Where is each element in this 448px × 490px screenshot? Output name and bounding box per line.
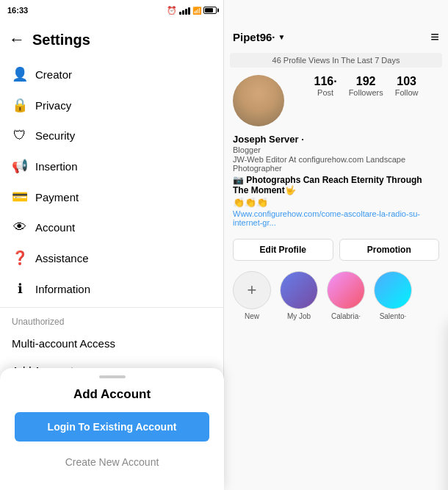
highlight-myjob[interactable]: My Job [280,271,318,320]
account-icon: 👁 [12,220,28,235]
profile-header-bar: Pipet96· ▼ ≡ [224,21,448,53]
profile-bio-bold: 📷 Photographs Can Reach Eternity Through… [233,175,439,195]
card-icon: 💳 [12,189,28,205]
highlights-row: + New My Job Calabria· Salento· [224,265,448,326]
multi-account-item[interactable]: Multi-account Access [0,330,223,357]
lock-icon: 🔒 [12,97,28,113]
menu-item-insertion[interactable]: 📢 Insertion [0,151,223,181]
battery-icon-left [203,7,217,14]
settings-menu: 👤 Creator 🔒 Privacy 🛡 Security 📢 Inserti… [0,59,223,384]
unauthorized-label: Unauthorized [0,311,223,330]
profile-name: Joseph Server · [233,134,439,145]
status-bar-left: 16:33 ⏰ 📶 [0,0,224,21]
stat-followers: 192 Followers [349,75,383,97]
profile-username: Pipet96· [233,31,275,43]
profile-avatar [233,75,284,126]
highlight-salento[interactable]: Salento· [374,271,412,320]
profile-views-banner: 46 Profile Views In The Last 7 Days [230,53,442,68]
add-account-sheet: Add Account Login To Existing Account Cr… [0,368,224,490]
avatar-image [233,75,284,126]
profile-link[interactable]: Www.configurehow.com/come-ascoltare-la-r… [233,209,439,227]
profile-details: Joseph Server · Blogger JW-Web Editor At… [224,134,448,234]
highlight-calabria-circle[interactable] [327,271,365,309]
megaphone-icon: 📢 [12,158,28,174]
alarm-icon: ⏰ [167,6,177,15]
chevron-down-icon: ▼ [278,33,286,41]
sheet-title: Add Account [15,387,209,402]
promotion-button[interactable]: Promotion [339,239,440,261]
stat-following: 103 Follow [395,75,419,97]
login-existing-button[interactable]: Login To Existing Account [15,412,209,442]
menu-divider-1 [0,307,223,308]
menu-item-information[interactable]: ℹ Information [0,273,223,304]
wifi-icon-left: 📶 [192,7,201,15]
menu-item-assistance[interactable]: ❓ Assistance [0,242,223,273]
menu-item-security[interactable]: 🛡 Security [0,120,223,151]
menu-item-privacy[interactable]: 🔒 Privacy [0,90,223,120]
creator-icon: 👤 [12,66,28,82]
profile-info: 116· Post 192 Followers 103 Follow [224,68,448,134]
highlight-calabria[interactable]: Calabria· [327,271,365,320]
settings-header: ← Settings [0,21,223,59]
profile-emojis: 👏👏👏 [233,197,439,208]
highlight-myjob-circle[interactable] [280,271,318,309]
edit-profile-button[interactable]: Edit Profile [233,239,333,261]
info-icon: ℹ [12,281,28,297]
highlight-add-circle[interactable]: + [233,271,271,309]
back-button[interactable]: ← [9,30,25,49]
signal-icon [179,6,190,15]
menu-item-account[interactable]: 👁 Account [0,212,223,242]
settings-panel: 16:33 ⏰ 📶 ← Settings 👤 Creator 🔒 Privacy [0,0,224,490]
profile-panel: 16:31 📶 Pipet96· ▼ ≡ 46 Profile Views In… [224,0,448,490]
settings-title: Settings [32,32,90,48]
highlight-new[interactable]: + New [233,271,271,320]
create-new-button[interactable]: Create New Account [15,449,209,475]
time-left: 16:33 [7,6,28,15]
stat-posts: 116· Post [314,75,336,97]
sheet-handle [99,375,126,378]
shield-icon: 🛡 [12,128,28,143]
profile-bio-1: Blogger [233,145,439,154]
hamburger-icon[interactable]: ≡ [430,29,439,46]
profile-bio-2: JW-Web Editor At configurehow.com Landsc… [233,155,439,173]
highlight-salento-circle[interactable] [374,271,412,309]
profile-actions: Edit Profile Promotion [224,234,448,265]
profile-stats: 116· Post 192 Followers 103 Follow [293,75,439,97]
menu-item-payment[interactable]: 💳 Payment [0,181,223,212]
help-icon: ❓ [12,250,28,266]
profile-username-bar[interactable]: Pipet96· ▼ [233,31,285,43]
menu-item-creator[interactable]: 👤 Creator [0,59,223,90]
